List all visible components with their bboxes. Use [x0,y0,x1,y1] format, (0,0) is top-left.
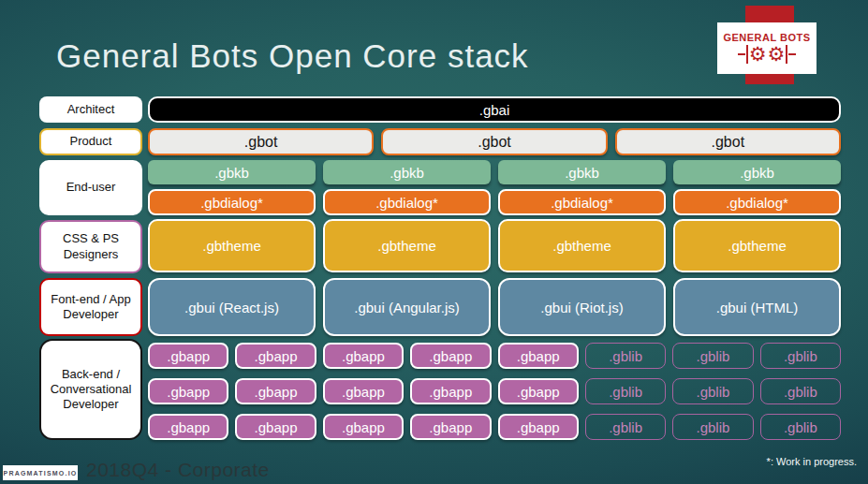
gbdialog-box: .gbdialog* [323,189,491,215]
gbkb-box: .gbkb [148,160,316,184]
gblib-box: .gblib [585,343,666,369]
gbtheme-box: .gbtheme [673,219,841,272]
gbdialog-box: .gbdialog* [498,189,666,215]
gear-line-left [738,53,745,55]
label-architect: Architect [39,96,142,123]
gbapp-box: .gbapp [323,343,404,369]
gbapp-box: .gbapp [235,378,316,404]
logo-text: GENERAL BOTS [723,32,810,43]
gbapp-box: .gbapp [410,378,491,404]
gbkb-box: .gbkb [323,160,491,184]
backend-row: .gbapp .gbapp .gbapp .gbapp .gbapp .gbli… [148,414,841,440]
gblib-box: .gblib [672,343,753,369]
gear-icon: ⚙ [768,44,786,65]
gbapp-box: .gbapp [148,378,228,404]
gbui-html-box: .gbui (HTML) [673,278,841,336]
gbapp-box: .gbapp [410,343,491,369]
work-in-progress-note: *: Work in progress. [767,456,857,467]
gbapp-box: .gbapp [148,343,228,369]
gbot-box: .gbot [381,128,607,155]
gblib-box: .gblib [760,378,841,404]
gbapp-box: .gbapp [235,414,316,440]
gbapp-box: .gbapp [235,343,316,369]
label-product: Product [39,128,142,155]
gear-bar-left [746,45,748,64]
page-title: General Bots Open Core stack [56,37,529,75]
gbot-box: .gbot [148,128,374,155]
general-bots-logo: GENERAL BOTS ⚙ ⚙ [717,22,817,74]
gbot-row: .gbot .gbot .gbot [148,128,841,155]
gblib-box: .gblib [585,414,666,440]
gbui-angular-box: .gbui (Angular.js) [323,278,491,336]
gbtheme-box: .gbtheme [498,219,666,272]
gbui-react-box: .gbui (React.js) [148,278,316,336]
gbkb-box: .gbkb [498,160,666,184]
backend-row: .gbapp .gbapp .gbapp .gbapp .gbapp .gbli… [148,343,841,369]
label-frontend-app-developer: Font-end / App Developer [39,278,142,336]
gbui-riot-box: .gbui (Riot.js) [498,278,666,336]
gear-icon: ⚙ [749,44,767,65]
gbapp-box: .gbapp [410,414,491,440]
gbdialog-box: .gbdialog* [148,189,316,215]
gear-bar-right [786,45,787,64]
slide: General Bots Open Core stack GENERAL BOT… [0,0,868,484]
label-backend-conversational-developer: Back-end / Conversational Developer [39,339,142,440]
gbapp-box: .gbapp [148,414,228,440]
gbui-row: .gbui (React.js) .gbui (Angular.js) .gbu… [148,278,841,336]
gbapp-box: .gbapp [323,414,404,440]
gbtheme-row: .gbtheme .gbtheme .gbtheme .gbtheme [148,219,841,272]
gblib-box: .gblib [760,414,841,440]
gbapp-box: .gbapp [498,343,579,369]
gblib-box: .gblib [672,378,753,404]
gbdialog-row: .gbdialog* .gbdialog* .gbdialog* .gbdial… [148,189,841,215]
gears-icon: ⚙ ⚙ [738,44,797,65]
gbapp-box: .gbapp [498,378,579,404]
gblib-box: .gblib [672,414,753,440]
label-css-ps-designers: CSS & PS Designers [39,220,142,273]
label-end-user: End-user [39,160,142,215]
gbtheme-box: .gbtheme [148,219,316,272]
pragmatismo-brand: PRAGMATISMO.IO [3,465,78,480]
gblib-box: .gblib [760,343,841,369]
gbot-box: .gbot [615,128,841,155]
footer-caption: 2018Q4 - Corporate [86,459,270,481]
gbkb-box: .gbkb [673,160,841,184]
gbapp-box: .gbapp [323,378,404,404]
gbkb-row: .gbkb .gbkb .gbkb .gbkb [148,160,841,184]
gbdialog-box: .gbdialog* [673,189,841,215]
gblib-box: .gblib [585,378,666,404]
gbapp-box: .gbapp [498,414,579,440]
gear-line-right [788,53,796,55]
backend-row: .gbapp .gbapp .gbapp .gbapp .gbapp .gbli… [148,378,841,404]
gbai-box: .gbai [148,96,841,123]
gbtheme-box: .gbtheme [323,219,491,272]
